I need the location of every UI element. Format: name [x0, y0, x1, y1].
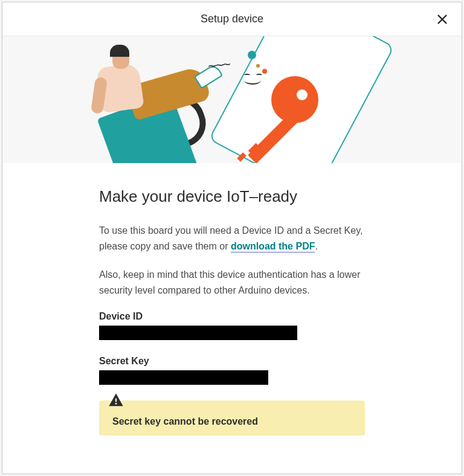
download-pdf-link[interactable]: download the PDF [231, 241, 315, 252]
modal-content: Make your device IoT–ready To use this b… [2, 163, 462, 448]
modal-title: Setup device [201, 13, 263, 25]
close-icon [436, 13, 449, 26]
warning-icon [108, 392, 124, 409]
svg-rect-2 [115, 399, 117, 402]
warning-box: Secret key cannot be recovered [99, 400, 365, 436]
security-note: Also, keep in mind that this device auth… [99, 267, 365, 298]
close-button[interactable] [434, 11, 451, 28]
secret-key-value[interactable] [99, 370, 268, 385]
warning-title: Secret key cannot be recovered [112, 416, 352, 427]
modal-body[interactable]: ~~~ Make your device IoT–ready To use th… [2, 36, 462, 474]
setup-device-modal: Setup device [2, 2, 462, 474]
device-id-value[interactable] [99, 326, 297, 340]
page-heading: Make your device IoT–ready [99, 187, 365, 206]
intro-text-after: . [315, 241, 317, 251]
hero-illustration: ~~~ [2, 36, 462, 163]
intro-paragraph: To use this board you will need a Device… [99, 223, 365, 254]
svg-point-3 [115, 403, 117, 405]
secret-key-label: Secret Key [99, 356, 365, 367]
device-id-label: Device ID [99, 311, 365, 322]
modal-header: Setup device [2, 2, 462, 36]
